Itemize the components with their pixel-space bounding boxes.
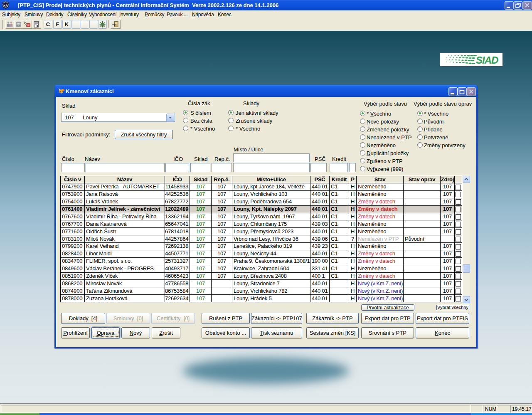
svg-text:SIAD: SIAD	[476, 54, 498, 66]
